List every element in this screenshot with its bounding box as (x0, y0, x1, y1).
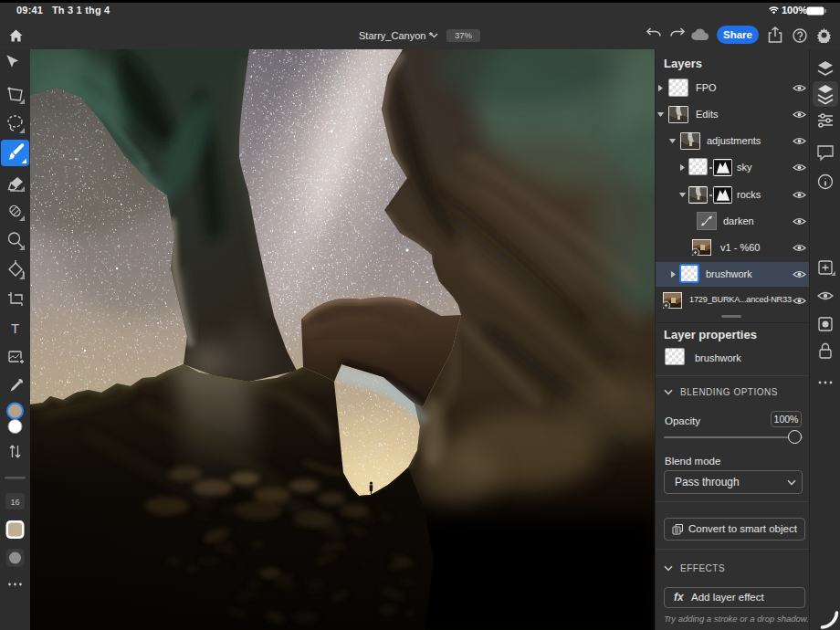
svg-text:T: T (11, 320, 19, 336)
svg-text:16: 16 (10, 498, 19, 507)
